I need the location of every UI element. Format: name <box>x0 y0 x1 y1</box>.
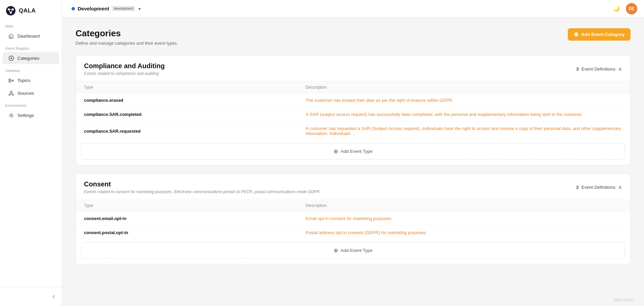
category-section-consent: Consent Events related to consent for ma… <box>76 173 631 264</box>
page-title: Categories <box>76 28 178 39</box>
svg-point-15 <box>9 94 10 95</box>
add-event-label-consent: Add Event Type <box>341 248 373 253</box>
category-header-consent: Consent Events related to consent for ma… <box>76 174 630 197</box>
event-definitions-label-consent: Event Definitions <box>582 185 615 190</box>
sources-icon <box>8 90 14 96</box>
event-table-consent: Type Description consent.email.opt-in Em… <box>76 200 630 239</box>
table-row[interactable]: compliance.SAR.completed A SAR (subject … <box>76 107 630 122</box>
type-column-header: Type <box>76 82 298 93</box>
category-header-compliance: Compliance and Auditing Events related t… <box>76 55 630 79</box>
sidebar-item-dashboard-label: Dashboard <box>17 34 40 39</box>
event-type-cell: consent.email.opt-in <box>76 212 298 226</box>
qala-logo-icon <box>5 5 16 16</box>
event-type-cell: compliance.erased <box>76 93 298 107</box>
svg-line-12 <box>10 80 12 81</box>
plus-icon: ⊕ <box>574 32 578 37</box>
sidebar-section-gateway: Gateway <box>0 64 62 74</box>
category-desc-compliance: Events related to compliance and auditin… <box>84 71 165 76</box>
table-row[interactable]: consent.email.opt-in Email opt-in consen… <box>76 212 630 226</box>
event-definitions-label-compliance: Event Definitions <box>582 67 615 72</box>
event-desc-cell: A SAR (subject access request) has succe… <box>298 107 630 122</box>
event-count-number-compliance: 3 <box>576 67 579 72</box>
category-desc-consent: Events related to consent for marketing … <box>84 189 320 194</box>
avatar[interactable]: DE <box>626 3 637 14</box>
event-def-count-consent[interactable]: 2 Event Definitions ∧ <box>576 184 622 190</box>
category-title-area-compliance: Compliance and Auditing Events related t… <box>84 62 165 76</box>
svg-rect-11 <box>12 80 13 81</box>
svg-point-20 <box>10 115 12 116</box>
sidebar-item-topics-label: Topics <box>17 78 30 83</box>
sidebar-section-event-registry: Event Registry <box>0 42 62 52</box>
settings-icon <box>8 112 14 118</box>
plus-circle-icon: ⊕ <box>334 148 338 155</box>
sidebar-item-dashboard[interactable]: Dashboard <box>3 30 59 42</box>
svg-rect-10 <box>9 81 10 82</box>
table-row[interactable]: consent.postal.opt-in Postal address opt… <box>76 226 630 240</box>
event-type-cell: compliance.SAR.completed <box>76 107 298 122</box>
topbar: Development development ▾ 🌙 DE <box>62 0 644 17</box>
add-event-type-compliance[interactable]: ⊕ Add Event Type <box>81 143 625 160</box>
plus-circle-icon-consent: ⊕ <box>334 247 338 254</box>
theme-toggle-button[interactable]: 🌙 <box>611 3 622 14</box>
event-def-count-compliance[interactable]: 3 Event Definitions ∧ <box>576 66 622 72</box>
page-content: Categories Define and manage categories … <box>62 17 644 306</box>
svg-point-16 <box>12 94 13 95</box>
page-title-area: Categories Define and manage categories … <box>76 28 178 46</box>
category-title-area-consent: Consent Events related to consent for ma… <box>84 180 320 194</box>
env-badge: development <box>112 6 135 11</box>
event-type-cell: consent.postal.opt-in <box>76 226 298 240</box>
topics-icon <box>8 77 14 83</box>
svg-line-13 <box>10 81 12 82</box>
sidebar-item-categories[interactable]: Categories <box>3 52 59 64</box>
add-event-type-consent[interactable]: ⊕ Add Event Type <box>81 242 625 259</box>
svg-line-18 <box>9 94 11 94</box>
logo-text: QALA <box>19 7 36 14</box>
sidebar-section-main: Main <box>0 20 62 30</box>
type-column-header-consent: Type <box>76 200 298 212</box>
home-icon <box>8 33 14 39</box>
sidebar-item-topics[interactable]: Topics <box>3 74 59 86</box>
chevron-up-icon-consent: ∧ <box>618 184 622 190</box>
description-column-header-consent: Description <box>298 200 630 212</box>
event-table-compliance: Type Description compliance.erased The c… <box>76 81 630 140</box>
category-section-compliance: Compliance and Auditing Events related t… <box>76 55 631 165</box>
sidebar-section-environment: Environment <box>0 99 62 109</box>
event-desc-cell: Postal address opt-in consent (GDPR) for… <box>298 226 630 240</box>
collapse-area <box>0 290 62 303</box>
sidebar-item-categories-label: Categories <box>17 56 39 61</box>
svg-point-14 <box>10 91 12 93</box>
sidebar-collapse-button[interactable] <box>50 293 58 301</box>
event-count-number-consent: 2 <box>576 185 579 190</box>
table-row[interactable]: compliance.SAR.requested A customer has … <box>76 122 630 141</box>
category-title-compliance: Compliance and Auditing <box>84 62 165 70</box>
svg-line-19 <box>11 94 13 94</box>
svg-point-0 <box>6 6 15 15</box>
logo-area: QALA <box>0 0 62 20</box>
version-label: 2025.0122.1 <box>614 297 640 303</box>
event-desc-cell: Email opt-in consent for marketing purpo… <box>298 212 630 226</box>
sidebar-item-settings-label: Settings <box>17 113 34 118</box>
sidebar-item-sources-label: Sources <box>17 91 34 96</box>
description-column-header: Description <box>298 82 630 93</box>
add-event-category-button[interactable]: ⊕ Add Event Category <box>568 28 631 41</box>
env-status-dot <box>72 7 75 10</box>
svg-rect-7 <box>10 36 11 38</box>
add-event-label-compliance: Add Event Type <box>341 149 373 154</box>
sidebar-bottom <box>0 287 62 306</box>
event-type-cell: compliance.SAR.requested <box>76 122 298 141</box>
sidebar-item-settings[interactable]: Settings <box>3 109 59 121</box>
table-row[interactable]: compliance.erased The customer has erase… <box>76 93 630 107</box>
event-desc-cell: A customer has requested a SAR (Subject … <box>298 122 630 141</box>
env-name-label: Development <box>78 6 109 11</box>
svg-rect-9 <box>9 79 10 80</box>
chevron-down-icon: ▾ <box>138 6 141 11</box>
environment-selector[interactable]: Development development ▾ <box>69 4 143 13</box>
category-title-consent: Consent <box>84 180 320 188</box>
main-area: Development development ▾ 🌙 DE Categorie… <box>62 0 644 306</box>
chevron-up-icon: ∧ <box>618 66 622 72</box>
add-category-button-label: Add Event Category <box>581 32 625 37</box>
sidebar-item-sources[interactable]: Sources <box>3 87 59 99</box>
event-desc-cell: The customer has erased their data as pe… <box>298 93 630 107</box>
topbar-right: 🌙 DE <box>611 3 637 14</box>
categories-icon <box>8 55 14 61</box>
